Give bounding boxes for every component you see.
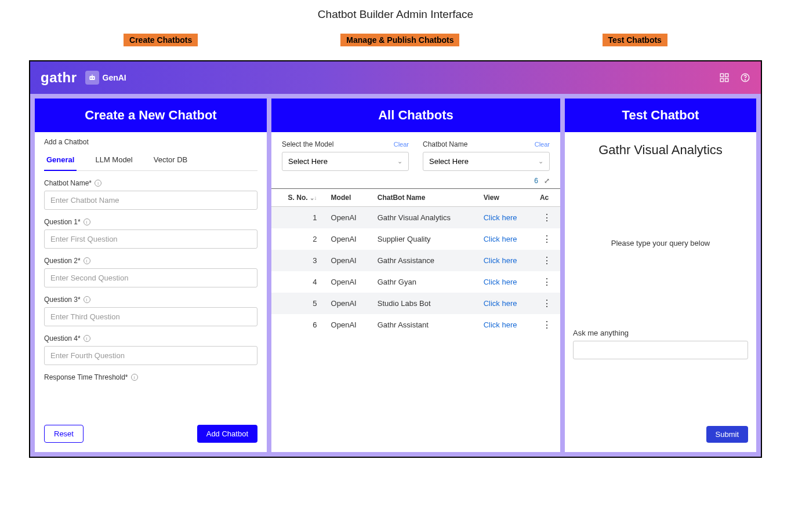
create-panel: Create a New Chatbot Add a Chatbot Gener…	[35, 99, 267, 452]
callout-create: Create Chatbots	[124, 34, 198, 46]
cell-name: Supplier Quality	[372, 228, 478, 250]
add-chatbot-button[interactable]: Add Chatbot	[197, 425, 257, 443]
question4-input[interactable]	[44, 346, 257, 365]
model-select[interactable]: Select Here ⌄	[282, 152, 409, 171]
svg-rect-0	[89, 76, 95, 80]
view-link[interactable]: Click here	[484, 235, 517, 243]
info-icon[interactable]: i	[84, 335, 90, 342]
info-icon[interactable]: i	[95, 180, 101, 187]
chatbots-table: S. No.⌄↓ Model ChatBot Name View Ac 1Ope…	[271, 188, 560, 336]
svg-rect-7	[725, 79, 728, 82]
cell-sno: 4	[271, 271, 325, 293]
question3-input[interactable]	[44, 307, 257, 326]
cell-sno: 5	[271, 293, 325, 314]
test-panel-title: Test Chatbot	[565, 99, 756, 132]
all-panel: All Chatbots Select the Model Clear Sele…	[271, 99, 560, 452]
cell-model: OpenAI	[325, 271, 372, 293]
create-tabs: General LLM Model Vector DB	[44, 151, 257, 171]
kebab-icon[interactable]: ⋮	[534, 293, 560, 314]
cell-model: OpenAI	[325, 228, 372, 250]
kebab-icon[interactable]: ⋮	[534, 228, 560, 250]
cell-model: OpenAI	[325, 293, 372, 314]
col-action[interactable]: Ac	[534, 189, 560, 207]
col-model[interactable]: Model	[325, 189, 372, 207]
question1-label: Question 1*	[44, 218, 81, 226]
question2-label: Question 2*	[44, 257, 81, 265]
product-badge: GenAI	[85, 71, 126, 85]
sort-icon: ⌄↓	[310, 195, 317, 201]
create-panel-title: Create a New Chatbot	[35, 99, 267, 132]
cell-model: OpenAI	[325, 207, 372, 229]
app-header: gathr GenAI	[30, 61, 761, 94]
tab-general[interactable]: General	[44, 151, 77, 171]
submit-button[interactable]: Submit	[706, 426, 748, 443]
question3-label: Question 3*	[44, 296, 81, 304]
chevron-down-icon: ⌄	[397, 158, 402, 165]
svg-rect-6	[720, 79, 723, 82]
table-row: 1OpenAIGathr Visual AnalyticsClick here⋮	[271, 207, 560, 229]
brand-logo: gathr	[41, 70, 77, 86]
product-label: GenAI	[103, 73, 126, 82]
tab-llm-model[interactable]: LLM Model	[93, 151, 135, 170]
table-row: 3OpenAIGathr AssistanceClick here⋮	[271, 250, 560, 271]
rtt-label: Response Time Threshold*	[44, 373, 128, 381]
view-link[interactable]: Click here	[484, 299, 517, 308]
cell-sno: 3	[271, 250, 325, 271]
callout-row: Create Chatbots Manage & Publish Chatbot…	[0, 34, 791, 60]
model-filter-label: Select the Model	[282, 140, 333, 148]
col-view[interactable]: View	[478, 189, 534, 207]
row-count: 6	[534, 177, 538, 185]
col-name[interactable]: ChatBot Name	[372, 189, 478, 207]
name-select-value: Select Here	[429, 157, 469, 166]
col-sno[interactable]: S. No.⌄↓	[271, 189, 325, 207]
table-row: 6OpenAIGathr AssistantClick here⋮	[271, 314, 560, 336]
reset-button[interactable]: Reset	[44, 425, 84, 443]
table-row: 5OpenAIStudio Labs BotClick here⋮	[271, 293, 560, 314]
ask-label: Ask me anything	[573, 329, 748, 337]
chatbot-name-input[interactable]	[44, 191, 257, 210]
question1-input[interactable]	[44, 229, 257, 249]
table-row: 4OpenAIGathr GyanClick here⋮	[271, 271, 560, 293]
cell-name: Gathr Assistant	[372, 314, 478, 336]
view-link[interactable]: Click here	[484, 320, 517, 329]
info-icon[interactable]: i	[84, 257, 90, 264]
question2-input[interactable]	[44, 268, 257, 287]
app-window: gathr GenAI Create a New Chatbot Add a C…	[29, 60, 762, 458]
bot-icon	[85, 71, 99, 85]
cell-sno: 6	[271, 314, 325, 336]
tab-vector-db[interactable]: Vector DB	[151, 151, 190, 170]
cell-name: Studio Labs Bot	[372, 293, 478, 314]
expand-icon[interactable]: ⤢	[544, 177, 550, 185]
kebab-icon[interactable]: ⋮	[534, 314, 560, 336]
cell-name: Gathr Gyan	[372, 271, 478, 293]
callout-manage: Manage & Publish Chatbots	[340, 34, 459, 46]
test-panel: Test Chatbot Gathr Visual Analytics Plea…	[565, 99, 756, 452]
name-select[interactable]: Select Here ⌄	[423, 152, 550, 171]
view-link[interactable]: Click here	[484, 256, 517, 265]
help-icon[interactable]	[740, 72, 750, 83]
kebab-icon[interactable]: ⋮	[534, 207, 560, 229]
ask-input[interactable]	[573, 341, 748, 359]
svg-rect-5	[725, 74, 728, 76]
cell-name: Gathr Assistance	[372, 250, 478, 271]
cell-model: OpenAI	[325, 314, 372, 336]
test-prompt-text: Please type your query below	[573, 239, 748, 247]
all-panel-title: All Chatbots	[271, 99, 560, 132]
info-icon[interactable]: i	[131, 374, 138, 381]
view-link[interactable]: Click here	[484, 278, 517, 286]
svg-point-2	[93, 78, 94, 79]
info-icon[interactable]: i	[84, 218, 90, 225]
create-subtitle: Add a Chatbot	[44, 138, 257, 146]
name-clear-link[interactable]: Clear	[535, 141, 550, 148]
kebab-icon[interactable]: ⋮	[534, 250, 560, 271]
cell-sno: 2	[271, 228, 325, 250]
kebab-icon[interactable]: ⋮	[534, 271, 560, 293]
chatbot-name-label: Chatbot Name*	[44, 179, 92, 187]
svg-point-1	[90, 78, 92, 79]
svg-point-9	[745, 79, 745, 80]
view-link[interactable]: Click here	[484, 213, 517, 222]
question4-label: Question 4*	[44, 334, 81, 342]
info-icon[interactable]: i	[84, 296, 90, 303]
apps-icon[interactable]	[719, 72, 730, 83]
model-clear-link[interactable]: Clear	[394, 141, 409, 148]
